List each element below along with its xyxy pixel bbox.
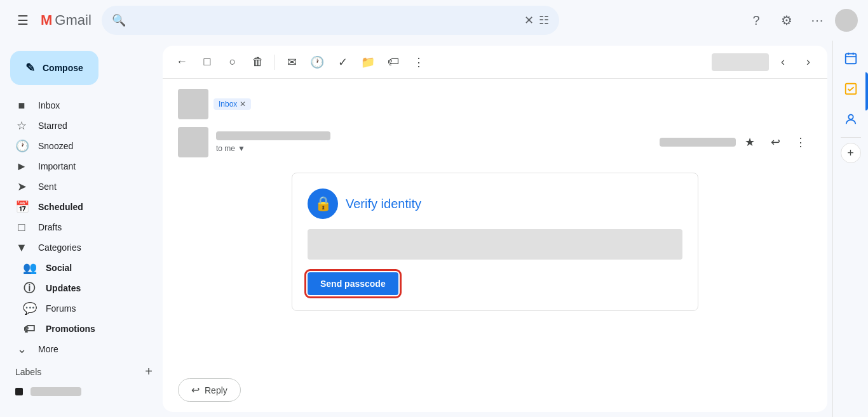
updates-icon: ⓘ <box>23 281 36 296</box>
timestamp <box>660 138 736 147</box>
sender-info: to me ▼ <box>216 131 652 153</box>
sidebar-item-updates[interactable]: ⓘ Updates <box>0 278 158 298</box>
inbox-badge[interactable]: Inbox ✕ <box>214 98 251 110</box>
mark-unread-button[interactable]: ✉ <box>280 51 303 74</box>
labels-add-button[interactable]: + <box>145 364 153 379</box>
lock-icon: 🔒 <box>315 195 332 212</box>
search-input[interactable] <box>131 15 519 26</box>
more-icon: ⌄ <box>15 342 28 356</box>
hamburger-menu[interactable]: ☰ <box>10 8 36 33</box>
move-to-button[interactable]: 📁 <box>356 51 379 74</box>
reply-label: Reply <box>205 385 227 395</box>
topbar-right: ? ⚙ ⋯ <box>743 8 858 33</box>
calendar-button[interactable] <box>838 46 864 71</box>
sidebar-item-label: Promotions <box>46 324 147 334</box>
gmail-m-icon: M <box>41 12 52 29</box>
sidebar-item-categories[interactable]: ▼ Categories <box>0 237 158 258</box>
sidebar-item-label: Forums <box>46 303 147 314</box>
snooze-button[interactable]: 🕐 <box>306 51 329 74</box>
gmail-text: Gmail <box>55 12 91 29</box>
sidebar-item-label: Social <box>46 263 147 273</box>
gmail-logo: M Gmail <box>41 12 92 29</box>
email-header: Inbox ✕ to me ▼ ★ ↩ ⋮ <box>163 79 827 168</box>
inbox-badge-close[interactable]: ✕ <box>240 100 246 109</box>
help-button[interactable]: ? <box>743 8 769 33</box>
back-button[interactable]: ← <box>170 51 193 74</box>
search-bar[interactable]: 🔍 ✕ ☷ <box>102 6 559 35</box>
sidebar-item-label: Drafts <box>38 222 147 232</box>
star-email-button[interactable]: ★ <box>738 131 761 154</box>
add-to-tasks-button[interactable]: ✓ <box>331 51 354 74</box>
sidebar-item-drafts[interactable]: □ Drafts <box>0 217 158 237</box>
drafts-icon: □ <box>15 221 28 234</box>
sidebar-item-social[interactable]: 👥 Social <box>0 258 158 278</box>
menu-icon: ☰ <box>17 13 29 28</box>
sidebar-item-label: Important <box>38 161 147 171</box>
label-item[interactable] <box>0 381 163 402</box>
sidebar-item-more[interactable]: ⌄ More <box>0 339 158 359</box>
sent-icon: ➤ <box>15 180 28 194</box>
sidebar-item-label: Sent <box>38 182 147 192</box>
send-passcode-button[interactable]: Send passcode <box>308 272 398 295</box>
compose-icon: ✎ <box>25 61 35 75</box>
sidebar-item-sent[interactable]: ➤ Sent <box>0 176 158 197</box>
right-sidebar-divider <box>841 137 861 138</box>
sidebar-item-label: Snoozed <box>38 141 147 151</box>
sidebar-item-inbox[interactable]: ■ Inbox <box>0 95 158 116</box>
next-button[interactable]: › <box>797 51 820 74</box>
subject-row: Inbox ✕ <box>178 89 812 119</box>
to-me-label: to me <box>216 144 235 153</box>
sender-actions: ★ ↩ ⋮ <box>660 131 812 154</box>
label-as-button[interactable]: 🏷 <box>382 51 405 74</box>
verify-title: Verify identity <box>346 197 421 211</box>
subject-avatar <box>178 89 208 119</box>
reply-button-main[interactable]: ↩ Reply <box>178 378 241 402</box>
verify-icon: 🔒 <box>308 189 338 219</box>
compose-label: Compose <box>43 63 83 73</box>
report-spam-button[interactable]: ○ <box>221 51 244 74</box>
social-icon: 👥 <box>23 261 36 275</box>
tasks-button[interactable] <box>838 76 864 102</box>
sidebar-item-label: Categories <box>38 242 147 253</box>
page-info <box>712 53 769 71</box>
sidebar-item-starred[interactable]: ☆ Starred <box>0 116 158 136</box>
sidebar-item-promotions[interactable]: 🏷 Promotions <box>0 319 158 339</box>
more-options-button[interactable]: ⋮ <box>789 131 812 154</box>
search-icon: 🔍 <box>112 13 126 27</box>
labels-title: Labels <box>15 367 41 377</box>
sidebar-item-forums[interactable]: 💬 Forums <box>0 298 158 319</box>
settings-button[interactable]: ⚙ <box>774 8 799 33</box>
label-name-placeholder <box>31 387 81 396</box>
sidebar-item-snoozed[interactable]: 🕐 Snoozed <box>0 136 158 156</box>
search-clear-icon[interactable]: ✕ <box>524 13 534 27</box>
avatar[interactable] <box>835 9 858 32</box>
sender-to[interactable]: to me ▼ <box>216 144 652 153</box>
inbox-icon: ■ <box>15 99 28 112</box>
sender-row: to me ▼ ★ ↩ ⋮ <box>178 127 812 157</box>
scheduled-icon: 📅 <box>15 200 28 214</box>
sidebar-item-label: Scheduled <box>38 202 147 212</box>
to-me-chevron: ▼ <box>238 144 245 153</box>
sender-name <box>216 131 330 140</box>
label-color-dot <box>15 388 23 395</box>
archive-button[interactable]: □ <box>196 51 219 74</box>
add-app-button[interactable]: + <box>841 143 861 163</box>
more-button[interactable]: ⋮ <box>407 51 430 74</box>
verify-card: 🔒 Verify identity Send passcode <box>292 173 698 311</box>
delete-button[interactable]: 🗑 <box>247 51 269 74</box>
compose-button[interactable]: ✎ Compose <box>10 51 98 85</box>
forums-icon: 💬 <box>23 301 36 315</box>
search-filter-icon[interactable]: ☷ <box>539 13 549 27</box>
inbox-badge-label: Inbox <box>219 100 237 109</box>
reply-button[interactable]: ↩ <box>764 131 787 154</box>
sidebar-item-important[interactable]: ► Important <box>0 156 158 176</box>
apps-button[interactable]: ⋯ <box>804 8 830 33</box>
sender-avatar <box>178 127 208 157</box>
contacts-button[interactable] <box>838 107 864 132</box>
sidebar-item-scheduled[interactable]: 📅 Scheduled <box>0 197 158 217</box>
star-icon: ☆ <box>15 119 28 133</box>
sidebar-item-label: More <box>38 344 147 354</box>
prev-button[interactable]: ‹ <box>771 51 794 74</box>
right-sidebar: + <box>832 41 868 417</box>
sidebar-item-label: Starred <box>38 121 147 131</box>
